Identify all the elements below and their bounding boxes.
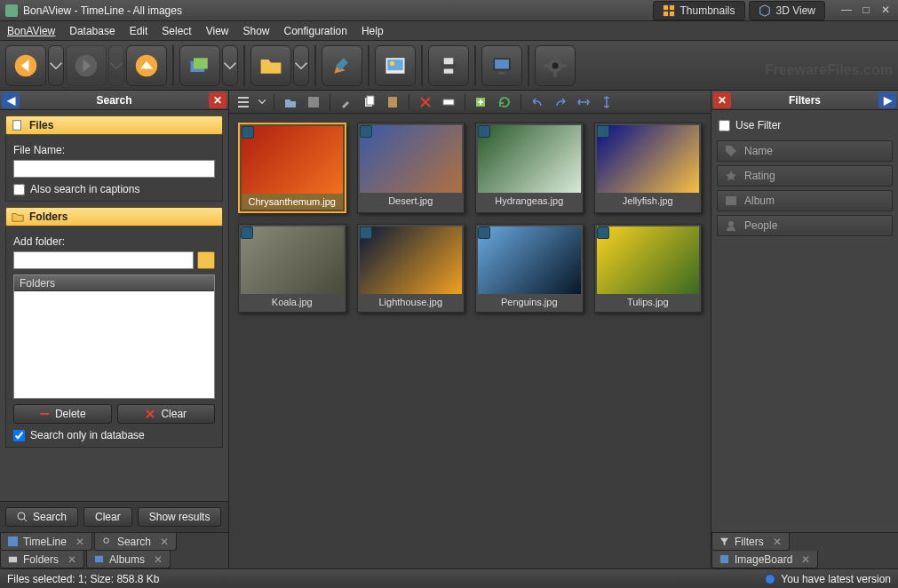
nav-back-dropdown[interactable]: [48, 45, 64, 86]
filters-panel-collapse-right[interactable]: ▶: [878, 92, 896, 108]
open-button[interactable]: [282, 93, 299, 111]
close-icon[interactable]: ✕: [801, 553, 810, 566]
filter-rating[interactable]: Rating: [717, 165, 893, 187]
search-button[interactable]: Search: [5, 507, 78, 527]
viewer-button[interactable]: [375, 45, 416, 86]
left-tab-search[interactable]: Search✕: [94, 533, 177, 551]
edit-icon: [330, 53, 354, 78]
tool1-button[interactable]: [338, 93, 355, 111]
view-mode-dropdown[interactable]: [258, 93, 266, 111]
menu-database[interactable]: Database: [69, 25, 115, 37]
copy-button[interactable]: [361, 93, 378, 111]
separator: [172, 45, 174, 86]
close-icon[interactable]: ✕: [154, 553, 163, 566]
delete-icon: [418, 95, 433, 109]
close-button[interactable]: ✕: [878, 4, 893, 17]
thumbnail-badge-icon: [597, 226, 609, 239]
undo-button[interactable]: [528, 93, 546, 111]
nav-forward-button[interactable]: [66, 45, 107, 86]
delete-folder-button[interactable]: Delete: [13, 404, 112, 424]
filters-panel-close[interactable]: ✕: [713, 92, 731, 108]
add-folder-input[interactable]: [13, 251, 194, 269]
thumbnail-6[interactable]: Penguins.jpg: [475, 224, 584, 313]
menu-view[interactable]: View: [206, 25, 229, 37]
folder-button[interactable]: [250, 45, 291, 86]
nav-forward-dropdown[interactable]: [108, 45, 124, 86]
show-results-button[interactable]: Show results: [138, 507, 222, 527]
thumbnail-image: [478, 226, 581, 294]
left-tab-folders[interactable]: Folders✕: [0, 551, 84, 568]
import-dropdown[interactable]: [222, 45, 238, 86]
edit-button[interactable]: [322, 45, 362, 86]
folders-section-header[interactable]: Folders: [5, 207, 223, 226]
filter-icon: [719, 536, 729, 546]
left-tab-timeline[interactable]: TimeLine✕: [0, 533, 92, 551]
right-tab-imageboard[interactable]: ImageBoard✕: [711, 551, 818, 568]
close-icon[interactable]: ✕: [773, 536, 782, 548]
menu-show[interactable]: Show: [242, 25, 269, 37]
tab-thumbnails[interactable]: Thumbnails: [653, 1, 745, 20]
folders-listbox[interactable]: Folders: [13, 274, 215, 399]
settings-button[interactable]: [535, 45, 576, 86]
menu-configuration[interactable]: Configuration: [284, 25, 347, 37]
thumbnail-1[interactable]: Desert.jpg: [357, 123, 465, 213]
nav-up-button[interactable]: [126, 45, 167, 86]
also-captions-checkbox[interactable]: Also search in captions: [13, 183, 215, 195]
tag-icon: [725, 145, 737, 157]
clear-search-button[interactable]: Clear: [83, 507, 132, 527]
close-icon[interactable]: ✕: [75, 536, 84, 548]
clear-folders-button[interactable]: Clear: [117, 404, 216, 424]
move-h-button[interactable]: [575, 93, 592, 111]
search-only-db-checkbox[interactable]: Search only in database: [13, 429, 215, 441]
minimize-button[interactable]: —: [839, 4, 854, 17]
search-panel-close[interactable]: ✕: [209, 92, 226, 108]
menu-edit[interactable]: Edit: [130, 25, 148, 37]
separator: [368, 45, 370, 86]
nav-back-button[interactable]: [5, 45, 46, 86]
filename-input[interactable]: [13, 160, 215, 178]
browse-folder-button[interactable]: [197, 251, 215, 269]
filter-album[interactable]: Album: [717, 190, 893, 211]
maximize-button[interactable]: □: [859, 4, 873, 17]
thumbnail-0[interactable]: Chrysanthemum.jpg: [238, 123, 346, 213]
menu-help[interactable]: Help: [362, 25, 384, 37]
redo-button[interactable]: [552, 93, 569, 111]
filter-name[interactable]: Name: [717, 140, 893, 162]
use-filter-checkbox[interactable]: Use Filter: [719, 119, 891, 131]
files-section-header[interactable]: Files: [5, 115, 223, 135]
print-button[interactable]: [428, 45, 469, 86]
redo-icon: [553, 95, 568, 109]
thumbnail-image: [597, 125, 700, 193]
filter-people[interactable]: People: [717, 215, 893, 236]
move-v-button[interactable]: [598, 93, 616, 111]
search-panel-collapse-left[interactable]: ◀: [2, 92, 20, 108]
svg-rect-0: [663, 4, 667, 9]
status-update[interactable]: You have latest version: [765, 573, 891, 585]
thumbnail-5[interactable]: Lighthouse.jpg: [357, 224, 465, 313]
app-icon: [5, 4, 18, 17]
thumbnail-4[interactable]: Koala.jpg: [238, 224, 346, 313]
close-icon[interactable]: ✕: [160, 536, 169, 548]
folder-dropdown[interactable]: [293, 45, 309, 86]
left-tab-albums[interactable]: Albums✕: [86, 551, 171, 568]
use-filter-label: Use Filter: [735, 119, 781, 131]
refresh-button[interactable]: [496, 93, 513, 111]
album-icon: [725, 195, 737, 207]
thumbnail-7[interactable]: Tulips.jpg: [594, 224, 703, 313]
screen-button[interactable]: [481, 45, 522, 86]
menu-select[interactable]: Select: [162, 25, 191, 37]
view-mode-button[interactable]: [234, 93, 252, 111]
paste-button[interactable]: [384, 93, 401, 111]
close-icon[interactable]: ✕: [68, 553, 76, 566]
menu-app[interactable]: BonAView: [7, 25, 55, 37]
save-button[interactable]: [305, 93, 322, 111]
add-button[interactable]: [473, 93, 490, 111]
thumbnail-3[interactable]: Jellyfish.jpg: [594, 123, 703, 213]
delete-button[interactable]: [417, 93, 434, 111]
right-tab-filters[interactable]: Filters✕: [711, 533, 790, 551]
rename-button[interactable]: [440, 93, 457, 111]
plus-icon: [474, 95, 489, 109]
thumbnail-2[interactable]: Hydrangeas.jpg: [475, 123, 584, 213]
import-button[interactable]: [179, 45, 220, 86]
tab-3dview[interactable]: 3D View: [749, 1, 825, 20]
